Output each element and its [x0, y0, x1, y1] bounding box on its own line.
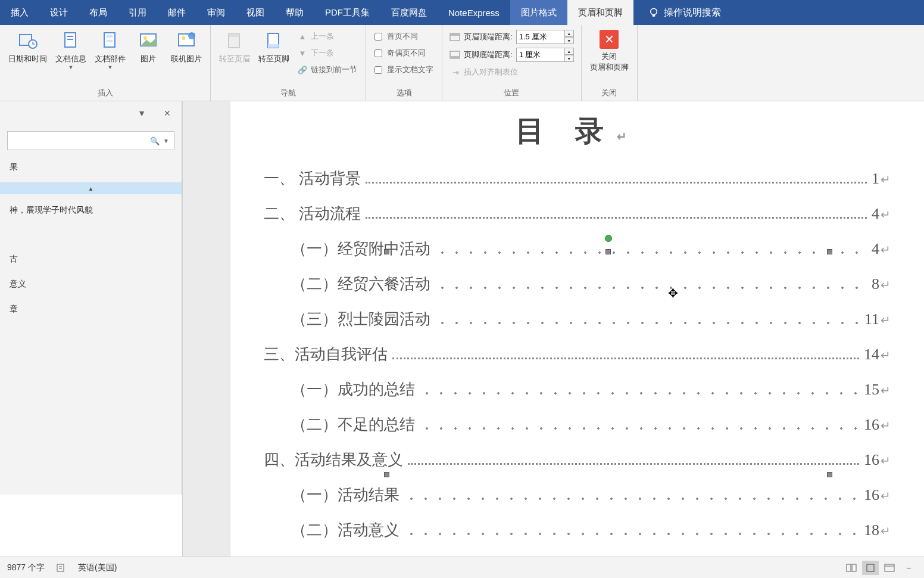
tab-picture-format[interactable]: 图片格式 — [510, 0, 567, 25]
toc-entry[interactable]: 四、活动结果及意义16 — [264, 449, 891, 470]
header-distance-input[interactable] — [516, 30, 565, 44]
calendar-clock-icon — [17, 30, 39, 51]
group-position-label: 位置 — [447, 85, 576, 101]
print-layout-icon — [865, 564, 876, 572]
tab-help[interactable]: 帮助 — [275, 0, 314, 25]
search-icon[interactable]: 🔍 — [150, 136, 160, 145]
svg-rect-1 — [653, 15, 655, 17]
tab-design[interactable]: 设计 — [39, 0, 79, 25]
group-insert-label: 插入 — [5, 85, 205, 101]
spinner-up[interactable]: ▲ — [564, 48, 574, 55]
help-search[interactable]: 操作说明搜索 — [639, 7, 730, 19]
rotation-handle[interactable] — [605, 235, 612, 242]
show-doc-text-checkbox[interactable]: 显示文档文字 — [371, 62, 437, 77]
selection-handle-right[interactable] — [827, 249, 832, 254]
print-layout-button[interactable] — [862, 561, 879, 575]
zoom-out-button[interactable]: − — [900, 561, 917, 575]
tab-pdf-tools[interactable]: PDF工具集 — [314, 0, 380, 25]
date-time-button[interactable]: 日期和时间 — [5, 27, 51, 67]
nav-dropdown[interactable]: ▼ — [138, 108, 146, 118]
toc-entry[interactable]: （三）烈士陵园活动11 — [264, 309, 891, 330]
svg-rect-18 — [268, 44, 279, 48]
toc-entry[interactable]: （二）经贸六餐活动8 — [264, 274, 891, 294]
tab-noteexpress[interactable]: NoteExpress — [438, 0, 510, 25]
nav-search-input[interactable] — [13, 136, 148, 145]
help-search-label: 操作说明搜索 — [664, 7, 721, 19]
tab-layout[interactable]: 布局 — [79, 0, 118, 25]
link-prev-button[interactable]: 🔗链接到前一节 — [294, 62, 361, 77]
picture-button[interactable]: 图片 — [130, 27, 166, 67]
svg-rect-20 — [450, 33, 460, 36]
diff-first-checkbox[interactable]: 首页不同 — [371, 29, 437, 44]
goto-footer-button[interactable]: 转至页脚 — [255, 27, 293, 67]
nav-close-button[interactable]: ✕ — [164, 108, 171, 118]
online-picture-button[interactable]: 联机图片 — [167, 27, 205, 67]
tab-baidu[interactable]: 百度网盘 — [380, 0, 438, 25]
spinner-up[interactable]: ▲ — [564, 30, 574, 37]
selection-handle-bottom-left[interactable] — [384, 472, 389, 477]
doc-parts-button[interactable]: 文档部件 ▼ — [91, 27, 129, 73]
spinner-down[interactable]: ▼ — [564, 55, 574, 62]
proofing-icon — [57, 563, 66, 573]
chevron-down-icon[interactable]: ▼ — [163, 138, 169, 144]
doc-info-button[interactable]: 文档信息 ▼ — [52, 27, 90, 73]
group-position: 页眉顶端距离: ▲▼ 页脚底端距离: ▲▼ ⇥插入对齐制表位 位置 — [442, 25, 582, 101]
header-distance-icon — [449, 33, 460, 41]
selection-handle-top[interactable] — [605, 249, 611, 254]
language-button[interactable]: 英语(美国) — [78, 563, 117, 573]
nav-heading-item[interactable]: 章 — [0, 297, 182, 322]
tab-review[interactable]: 审阅 — [196, 0, 236, 25]
tab-icon: ⇥ — [451, 67, 460, 77]
svg-rect-30 — [867, 564, 874, 571]
svg-rect-22 — [450, 56, 460, 58]
document-info-icon — [60, 30, 82, 51]
footer-distance-row: 页脚底端距离: ▲▼ — [447, 46, 576, 63]
spinner-down[interactable]: ▼ — [564, 37, 574, 44]
goto-header-icon — [224, 30, 245, 51]
read-mode-button[interactable] — [843, 561, 860, 575]
footer-distance-input[interactable] — [516, 48, 565, 62]
tab-insert[interactable]: 插入 — [0, 0, 39, 25]
toc-entry[interactable]: （一）经贸附中活动4 — [264, 238, 891, 259]
close-header-footer-button[interactable]: ✕ 关闭 页眉和页脚 — [586, 27, 632, 75]
svg-rect-16 — [229, 33, 239, 37]
tab-mailings[interactable]: 邮件 — [157, 0, 196, 25]
document-title: 目 录 — [264, 112, 891, 150]
nav-collapse-toggle[interactable]: ▲ — [0, 182, 182, 194]
nav-heading-item[interactable]: 意义 — [0, 272, 182, 297]
tab-references[interactable]: 引用 — [118, 0, 157, 25]
selection-handle-bottom-right[interactable] — [827, 472, 832, 477]
document-page[interactable]: ✥ 目 录 一、 活动背景1 二、 活动流程4 （一）经贸附中活动4 （二）经贸… — [230, 101, 924, 557]
document-parts-icon — [99, 30, 121, 51]
ribbon-toolbar: 日期和时间 文档信息 ▼ 文档部件 ▼ 图片 联机图片 插入 — [0, 25, 924, 101]
toc-entry[interactable]: （一）活动结果16 — [264, 484, 891, 505]
prev-button: ▲上一条 — [294, 29, 361, 44]
selection-handle-left[interactable] — [384, 249, 389, 254]
goto-header-button: 转至页眉 — [216, 27, 254, 67]
toc-entry[interactable]: （一）成功的总结15 — [264, 379, 891, 400]
chevron-down-icon: ▼ — [108, 64, 113, 70]
tab-header-footer[interactable]: 页眉和页脚 — [567, 0, 633, 25]
toc-entry[interactable]: 三、活动自我评估14 — [264, 344, 891, 365]
diff-odd-even-checkbox[interactable]: 奇偶页不同 — [371, 45, 437, 61]
svg-rect-6 — [67, 39, 73, 40]
vertical-ruler[interactable] — [183, 101, 230, 557]
footer-distance-icon — [449, 51, 460, 59]
toc-entry[interactable]: 一、 活动背景1 — [264, 168, 891, 189]
web-layout-button[interactable] — [881, 561, 898, 575]
nav-heading-item[interactable]: 古 — [0, 247, 182, 272]
word-count[interactable]: 9877 个字 — [7, 563, 45, 573]
tab-view[interactable]: 视图 — [236, 0, 275, 25]
read-mode-icon — [846, 564, 857, 572]
toc-entry[interactable]: （二）活动意义18 — [264, 520, 891, 540]
proofing-button[interactable] — [57, 563, 66, 573]
svg-rect-29 — [852, 564, 856, 571]
svg-point-13 — [182, 36, 185, 40]
group-navigation: 转至页眉 转至页脚 ▲上一条 ▼下一条 🔗链接到前一节 导航 — [211, 25, 366, 101]
nav-search-box[interactable]: 🔍 ▼ — [7, 131, 174, 150]
nav-heading-item[interactable]: 神，展现学子时代风貌 — [0, 198, 182, 223]
toc-entry[interactable]: 二、 活动流程4 — [264, 203, 891, 224]
toc-entry[interactable]: （二）不足的总结16 — [264, 414, 891, 435]
online-picture-icon — [176, 30, 197, 51]
ribbon-tabs: 插入 设计 布局 引用 邮件 审阅 视图 帮助 PDF工具集 百度网盘 Note… — [0, 0, 924, 25]
